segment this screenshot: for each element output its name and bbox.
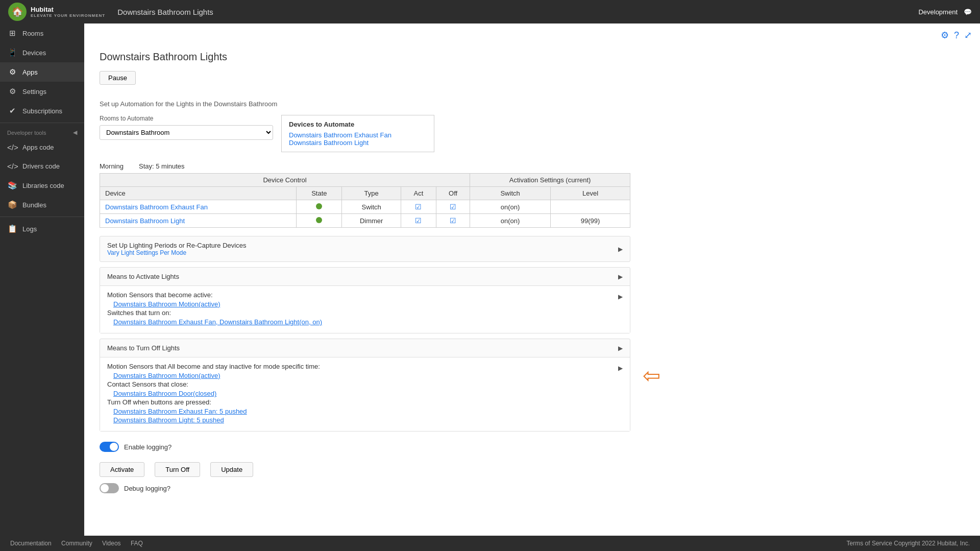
row1-type: Switch — [342, 200, 401, 214]
device-link-fan[interactable]: Downstairs Bathroom Exhaust Fan — [289, 131, 427, 139]
sidebar-label-apps-code: Apps code — [22, 143, 54, 151]
footer-link-community[interactable]: Community — [61, 540, 92, 547]
sidebar-item-devices[interactable]: 📱 Devices — [0, 43, 84, 62]
rooms-select[interactable]: Downstairs Bathroom — [100, 125, 273, 140]
sidebar-label-logs: Logs — [22, 225, 37, 233]
libraries-icon: 📚 — [7, 181, 17, 190]
logs-icon: 📋 — [7, 224, 17, 233]
fullscreen-button[interactable]: ⤢ — [964, 30, 972, 41]
pause-button[interactable]: Pause — [100, 71, 136, 85]
row2-state-dot — [316, 217, 322, 223]
row2-device-link[interactable]: Downstairs Bathroom Light — [105, 217, 185, 225]
sidebar-label-rooms: Rooms — [22, 30, 43, 37]
apps-icon: ⚙ — [7, 67, 17, 77]
footer-link-videos[interactable]: Videos — [102, 540, 120, 547]
motion-all-title: Motion Sensors that All become and stay … — [107, 363, 320, 370]
settings-icon: ⚙ — [7, 87, 17, 96]
turn-off-button[interactable]: Turn Off — [155, 462, 200, 477]
main-layout: ⊞ Rooms 📱 Devices ⚙ Apps ⚙ Settings ✔ Su… — [0, 23, 980, 536]
footer-copyright: Terms of Service Copyright 2022 Hubitat,… — [847, 540, 970, 547]
sidebar-item-rooms[interactable]: ⊞ Rooms — [0, 23, 84, 43]
means-activate-title: Means to Activate Lights — [107, 273, 179, 280]
footer: Documentation Community Videos FAQ Terms… — [0, 536, 980, 551]
arrow-annotation: ⇦ — [643, 365, 660, 387]
help-button[interactable]: ? — [954, 30, 959, 41]
drivers-code-icon: </> — [7, 162, 17, 171]
contact-title: Contact Sensors that close: — [107, 380, 320, 388]
sidebar-item-apps-code[interactable]: </> Apps code — [0, 138, 84, 157]
page-title: Downstairs Bathroom Lights — [100, 51, 630, 63]
bundles-icon: 📦 — [7, 200, 17, 209]
setup-description: Set up Automation for the Lights in the … — [100, 100, 630, 108]
notification-icon[interactable]: 💬 — [964, 8, 972, 16]
sidebar-divider — [0, 123, 84, 123]
activate-button[interactable]: Activate — [100, 462, 144, 477]
col-state: State — [297, 187, 342, 200]
row2-type: Dimmer — [342, 214, 401, 228]
switches-activate-link[interactable]: Downstairs Bathroom Exhaust Fan, Downsta… — [113, 318, 322, 326]
setup-lighting-header[interactable]: Set Up Lighting Periods or Re-Capture De… — [100, 236, 630, 261]
footer-links: Documentation Community Videos FAQ — [10, 540, 151, 547]
apps-code-icon: </> — [7, 143, 17, 152]
update-button[interactable]: Update — [210, 462, 253, 477]
row2-level: 99(99) — [551, 214, 630, 228]
sidebar-item-settings[interactable]: ⚙ Settings — [0, 82, 84, 101]
expand-activate-arrow: ▶ — [618, 273, 623, 280]
row1-level — [551, 200, 630, 214]
button2-link[interactable]: Downstairs Bathroom Light: 5 pushed — [113, 416, 320, 424]
row1-state-dot — [316, 203, 322, 209]
footer-link-documentation[interactable]: Documentation — [10, 540, 52, 547]
logo[interactable]: 🏠 Hubitat ELEVATE YOUR ENVIRONMENT — [8, 3, 105, 21]
sidebar-label-devices: Devices — [22, 49, 46, 57]
means-turnoff-body: Motion Sensors that All become and stay … — [100, 357, 630, 431]
means-turnoff-content: Motion Sensors that All become and stay … — [107, 363, 623, 425]
means-turnoff-header[interactable]: Means to Turn Off Lights ▶ — [100, 339, 630, 357]
sidebar-label-settings: Settings — [22, 88, 46, 95]
col-switch: Switch — [470, 187, 551, 200]
device-link-light[interactable]: Downstairs Bathroom Light — [289, 139, 427, 147]
row2-act-check[interactable]: ☑ — [415, 217, 422, 225]
col-off: Off — [436, 187, 470, 200]
enable-logging-toggle[interactable] — [100, 442, 119, 452]
debug-logging-row: Debug logging? — [100, 483, 630, 493]
button1-link[interactable]: Downstairs Bathroom Exhaust Fan: 5 pushe… — [113, 408, 320, 415]
means-activate-section: Means to Activate Lights ▶ Motion Sensor… — [100, 267, 630, 333]
sidebar-item-libraries-code[interactable]: 📚 Libraries code — [0, 176, 84, 195]
sidebar-item-bundles[interactable]: 📦 Bundles — [0, 195, 84, 214]
app-tagline: ELEVATE YOUR ENVIRONMENT — [31, 13, 105, 18]
sidebar: ⊞ Rooms 📱 Devices ⚙ Apps ⚙ Settings ✔ Su… — [0, 23, 84, 536]
footer-link-faq[interactable]: FAQ — [131, 540, 143, 547]
motion-all-link[interactable]: Downstairs Bathroom Motion(active) — [113, 372, 320, 379]
top-nav-page-title: Downstairs Bathroom Lights — [117, 8, 918, 16]
means-turnoff-section: Means to Turn Off Lights ▶ Motion Sensor… — [100, 339, 630, 432]
sidebar-item-drivers-code[interactable]: </> Drivers code — [0, 157, 84, 176]
devices-automate-header: Devices to Automate — [289, 121, 427, 128]
sidebar-label-bundles: Bundles — [22, 201, 46, 209]
activation-settings-header: Activation Settings (current) — [470, 174, 630, 187]
developer-tools-header[interactable]: Developer tools ◀ — [0, 125, 84, 138]
col-device: Device — [100, 187, 297, 200]
col-act: Act — [401, 187, 436, 200]
row1-device-link[interactable]: Downstairs Bathroom Exhaust Fan — [105, 203, 208, 211]
environment-label: Development — [918, 8, 958, 16]
motion-activate-link[interactable]: Downstairs Bathroom Motion(active) — [113, 300, 322, 308]
row1-off-check[interactable]: ☑ — [450, 203, 456, 211]
subscriptions-icon: ✔ — [7, 106, 17, 115]
sidebar-item-apps[interactable]: ⚙ Apps — [0, 62, 84, 82]
means-activate-header[interactable]: Means to Activate Lights ▶ — [100, 268, 630, 285]
rooms-label: Rooms to Automate — [100, 115, 273, 122]
row2-switch-val: on(on) — [470, 214, 551, 228]
rooms-devices-row: Rooms to Automate Downstairs Bathroom De… — [100, 115, 630, 152]
debug-logging-toggle[interactable] — [100, 483, 119, 493]
morning-label: Morning — [100, 162, 124, 170]
row2-off-check[interactable]: ☑ — [450, 217, 456, 225]
logo-icon: 🏠 — [8, 3, 27, 21]
sidebar-item-logs[interactable]: 📋 Logs — [0, 219, 84, 238]
sidebar-divider-2 — [0, 217, 84, 217]
sidebar-item-subscriptions[interactable]: ✔ Subscriptions — [0, 101, 84, 121]
row1-act-check[interactable]: ☑ — [415, 203, 422, 211]
settings-button[interactable]: ⚙ — [941, 30, 949, 41]
col-level: Level — [551, 187, 630, 200]
col-type: Type — [342, 187, 401, 200]
contact-link[interactable]: Downstairs Bathroom Door(closed) — [113, 390, 320, 397]
